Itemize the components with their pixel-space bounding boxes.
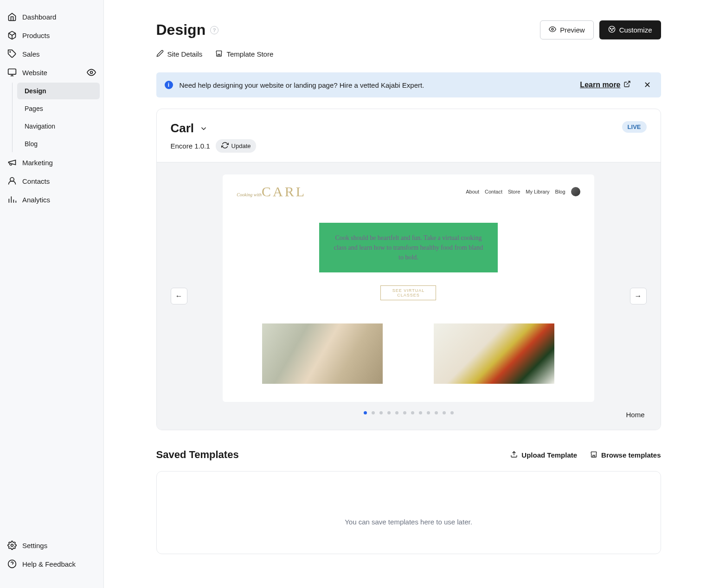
site-name: Carl <box>171 121 194 136</box>
next-arrow-button[interactable]: → <box>630 288 647 304</box>
sidebar-item-analytics[interactable]: Analytics <box>0 190 103 209</box>
sidebar-item-website[interactable]: Website <box>0 63 103 82</box>
megaphone-icon <box>7 158 17 167</box>
subnav-site-details[interactable]: Site Details <box>156 50 203 58</box>
sidebar-item-label: Products <box>22 32 50 39</box>
subnav-template-store[interactable]: Template Store <box>215 50 273 58</box>
svg-point-8 <box>610 28 611 29</box>
help-circle-icon[interactable]: ? <box>210 26 218 34</box>
sidebar-sub-design[interactable]: Design <box>17 83 100 99</box>
svg-point-0 <box>10 52 11 52</box>
sidebar-sub-navigation[interactable]: Navigation <box>17 118 100 135</box>
preview-nav-item: Store <box>508 189 520 194</box>
sub-navigation: Site Details Template Store <box>156 50 661 58</box>
eye-icon <box>549 26 556 34</box>
dot[interactable] <box>427 411 430 414</box>
prev-arrow-button[interactable]: ← <box>171 288 187 304</box>
preview-image <box>434 323 554 384</box>
page-header: Design ? Preview Customize <box>156 20 661 39</box>
preview-nav-item: My Library <box>526 189 549 194</box>
dot[interactable] <box>443 411 446 414</box>
preview-hero: Cook should be heartfelt and fun. Take a… <box>319 223 497 272</box>
sidebar-item-label: Settings <box>22 542 47 549</box>
browse-templates-button[interactable]: Browse templates <box>590 451 661 459</box>
tag-icon <box>7 49 17 58</box>
preview-nav-item: Blog <box>555 189 565 194</box>
preview-page-label: Home <box>171 411 647 419</box>
dot[interactable] <box>395 411 398 414</box>
paint-icon <box>608 26 616 34</box>
banner-text: Need help designing your website or land… <box>180 81 574 89</box>
avatar <box>571 187 580 196</box>
preview-nav-item: Contact <box>485 189 502 194</box>
dot[interactable] <box>435 411 438 414</box>
svg-point-4 <box>11 544 13 547</box>
preview-area: ← → Cooking withCARL About Contact Store <box>157 162 661 430</box>
dot[interactable] <box>403 411 406 414</box>
svg-point-2 <box>90 71 93 74</box>
dot[interactable] <box>450 411 454 414</box>
sidebar-sub-blog[interactable]: Blog <box>17 136 100 152</box>
svg-rect-1 <box>8 69 16 75</box>
help-icon <box>7 559 17 569</box>
svg-point-7 <box>609 26 615 32</box>
customize-button[interactable]: Customize <box>599 20 661 39</box>
pencil-icon <box>156 50 164 58</box>
templates-empty-state: You can save templates here to use later… <box>156 471 661 554</box>
sidebar-item-marketing[interactable]: Marketing <box>0 153 103 172</box>
box-icon <box>7 31 17 40</box>
update-button[interactable]: Update <box>216 139 257 153</box>
empty-text: You can save templates here to use later… <box>345 518 472 526</box>
dot[interactable] <box>387 411 391 414</box>
sidebar-item-label: Help & Feedback <box>22 560 76 568</box>
sidebar-item-label: Contacts <box>22 177 50 185</box>
monitor-icon <box>7 68 17 77</box>
dot[interactable] <box>379 411 383 414</box>
svg-point-9 <box>612 28 613 29</box>
site-preview-frame: Cooking withCARL About Contact Store My … <box>223 174 594 402</box>
svg-point-10 <box>611 30 612 31</box>
sidebar-item-label: Sales <box>22 50 40 58</box>
close-icon[interactable]: ✕ <box>642 80 653 90</box>
dot[interactable] <box>364 411 367 414</box>
section-title: Saved Templates <box>156 449 239 461</box>
sidebar-item-label: Marketing <box>22 159 53 167</box>
external-link-icon <box>623 80 631 90</box>
preview-cta: SEE VIRTUAL CLASSES <box>380 285 436 300</box>
templates-header: Saved Templates Upload Template Browse t… <box>156 449 661 461</box>
sidebar-item-contacts[interactable]: Contacts <box>0 172 103 190</box>
sidebar-item-help[interactable]: Help & Feedback <box>0 555 103 573</box>
main-content: Design ? Preview Customize <box>104 0 713 588</box>
home-icon <box>7 12 17 21</box>
sidebar-item-dashboard[interactable]: Dashboard <box>0 7 103 26</box>
info-icon: i <box>165 81 173 89</box>
sidebar-sub-pages[interactable]: Pages <box>17 100 100 117</box>
preview-button[interactable]: Preview <box>540 20 593 39</box>
sidebar-item-products[interactable]: Products <box>0 26 103 45</box>
sidebar-subnav: Design Pages Navigation Blog <box>12 83 103 152</box>
user-icon <box>7 176 17 186</box>
sidebar-item-label: Dashboard <box>22 13 56 21</box>
sidebar-item-label: Website <box>22 69 47 77</box>
dot[interactable] <box>411 411 414 414</box>
upload-template-button[interactable]: Upload Template <box>510 451 577 459</box>
site-card: Carl Encore 1.0.1 Update LIVE <box>156 109 661 430</box>
sidebar-item-sales[interactable]: Sales <box>0 45 103 63</box>
page-title: Design <box>156 21 206 39</box>
preview-image <box>262 323 383 384</box>
store-icon <box>590 451 597 459</box>
preview-nav-item: About <box>466 189 479 194</box>
dot[interactable] <box>419 411 422 414</box>
upload-icon <box>510 451 518 459</box>
refresh-icon <box>221 142 229 150</box>
learn-more-link[interactable]: Learn more <box>580 80 630 90</box>
bar-chart-icon <box>7 195 17 204</box>
eye-icon[interactable] <box>87 68 96 77</box>
preview-logo: Cooking withCARL <box>237 184 306 200</box>
preview-nav: About Contact Store My Library Blog <box>466 187 580 196</box>
chevron-down-icon[interactable] <box>199 124 208 133</box>
dot[interactable] <box>372 411 375 414</box>
sidebar: Dashboard Products Sales Website Design … <box>0 0 104 588</box>
sidebar-item-settings[interactable]: Settings <box>0 536 103 555</box>
theme-version: Encore 1.0.1 <box>171 142 210 150</box>
